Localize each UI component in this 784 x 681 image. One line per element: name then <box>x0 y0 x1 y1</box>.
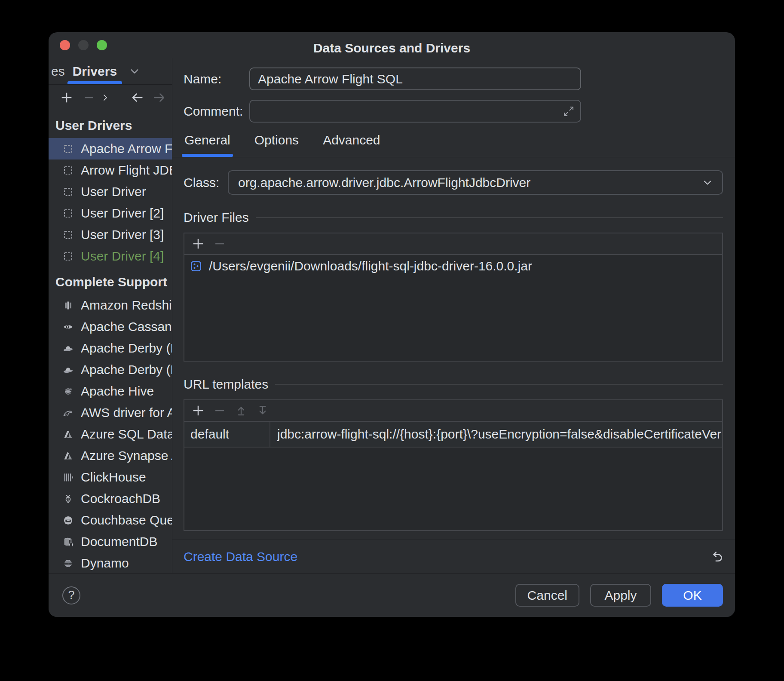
driver-file-row[interactable]: /Users/evgenii/Downloads/flight-sql-jdbc… <box>184 255 722 277</box>
dialog-footer: ? Cancel Apply OK <box>49 573 735 617</box>
move-down-button[interactable] <box>253 401 272 420</box>
form-tab-bar: General Options Advanced <box>172 129 735 157</box>
aws-mysql-icon <box>62 407 74 419</box>
tab-data-sources-clipped[interactable]: es <box>51 58 67 84</box>
name-input[interactable] <box>249 67 581 90</box>
class-select[interactable]: org.apache.arrow.driver.jdbc.ArrowFlight… <box>228 170 723 195</box>
expand-icon[interactable] <box>562 105 575 118</box>
derby-icon <box>62 343 74 354</box>
azure-icon <box>62 450 74 462</box>
minimize-window-button[interactable] <box>78 40 89 50</box>
undo-icon[interactable] <box>709 549 725 564</box>
remove-file-button[interactable] <box>210 234 229 253</box>
couchbase-icon <box>62 515 74 526</box>
sidebar-item-user-driver[interactable]: User Driver <box>49 181 172 202</box>
sidebar-item-clickhouse[interactable]: ClickHouse <box>49 466 172 488</box>
driver-files-title: Driver Files <box>184 210 249 225</box>
driver-files-toolbar <box>184 233 722 255</box>
sidebar-item-documentdb[interactable]: DocumentDB <box>49 531 172 552</box>
url-template-row[interactable]: default jdbc:arrow-flight-sql://{host}:{… <box>184 422 722 448</box>
user-driver-icon <box>62 229 74 241</box>
redshift-icon <box>62 300 74 311</box>
apply-button[interactable]: Apply <box>590 584 651 607</box>
remove-template-button[interactable] <box>210 401 229 420</box>
zoom-window-button[interactable] <box>97 40 107 50</box>
tab-drivers[interactable]: Drivers <box>67 58 123 84</box>
url-templates-title: URL templates <box>184 377 268 392</box>
cockroach-icon <box>62 493 74 505</box>
driver-files-box: /Users/evgenii/Downloads/flight-sql-jdbc… <box>184 233 723 362</box>
url-template-name[interactable]: default <box>184 422 270 447</box>
sidebar-item-dynamo[interactable]: Dynamo <box>49 552 172 573</box>
titlebar: Data Sources and Drivers <box>49 32 735 58</box>
data-sources-dialog: Data Sources and Drivers es Drivers Use <box>49 32 735 617</box>
sidebar-item-apache-arrow-fli[interactable]: Apache Arrow Fli <box>49 138 172 160</box>
section-header-complete-support: Complete Support <box>49 267 172 294</box>
user-driver-icon <box>62 251 74 262</box>
url-template-value[interactable]: jdbc:arrow-flight-sql://{host}:{port}\?u… <box>270 422 722 447</box>
tab-advanced[interactable]: Advanced <box>322 129 381 157</box>
chevron-down-icon <box>701 177 714 189</box>
cassandra-icon <box>62 321 74 333</box>
sidebar-item-aws-driver-for-au[interactable]: AWS driver for Au <box>49 402 172 423</box>
driver-list: User Drivers Apache Arrow Fli Arrow Flig… <box>49 110 172 573</box>
sidebar-item-apache-hive[interactable]: Apache Hive <box>49 380 172 402</box>
jar-icon <box>190 260 202 273</box>
section-header-user-drivers: User Drivers <box>49 114 172 138</box>
sidebar-item-user-driver-2[interactable]: User Driver [2] <box>49 202 172 224</box>
add-file-button[interactable] <box>189 234 208 253</box>
comment-input[interactable] <box>249 100 581 123</box>
sidebar-item-couchbase-query[interactable]: Couchbase Query <box>49 509 172 531</box>
sidebar-item-cockroachdb[interactable]: CockroachDB <box>49 488 172 509</box>
tab-general[interactable]: General <box>184 129 231 157</box>
forward-button[interactable] <box>150 88 169 107</box>
hive-icon <box>62 386 74 397</box>
dialog-title: Data Sources and Drivers <box>313 41 470 55</box>
sidebar-tab-bar: es Drivers <box>49 58 172 85</box>
url-templates-toolbar <box>184 400 722 422</box>
user-driver-icon <box>62 165 74 176</box>
documentdb-icon <box>62 536 74 548</box>
divider <box>256 217 723 218</box>
complete-support-list: Amazon Redshift Apache Cassandr Apache D… <box>49 294 172 573</box>
sidebar-item-azure-synapse-a[interactable]: Azure Synapse A <box>49 445 172 466</box>
tab-drivers-underline <box>67 81 122 84</box>
cancel-button[interactable]: Cancel <box>515 584 579 607</box>
sidebar-item-apache-cassandr[interactable]: Apache Cassandr <box>49 316 172 337</box>
add-template-button[interactable] <box>189 401 208 420</box>
driver-file-path: /Users/evgenii/Downloads/flight-sql-jdbc… <box>209 259 532 273</box>
comment-label: Comment: <box>184 104 249 119</box>
sidebar-item-azure-sql-datab[interactable]: Azure SQL Datab <box>49 423 172 445</box>
create-data-source-link[interactable]: Create Data Source <box>184 549 297 564</box>
move-up-button[interactable] <box>232 401 251 420</box>
create-data-source-row: Create Data Source <box>172 540 735 573</box>
back-button[interactable] <box>128 88 147 107</box>
ok-button[interactable]: OK <box>662 584 723 607</box>
user-driver-icon <box>62 143 74 155</box>
sidebar-item-user-driver-3[interactable]: User Driver [3] <box>49 224 172 245</box>
class-label: Class: <box>184 175 228 190</box>
sidebar-toolbar <box>49 85 172 110</box>
sidebar-item-user-driver-4[interactable]: User Driver [4] <box>49 245 172 267</box>
user-driver-icon <box>62 186 74 198</box>
tab-options[interactable]: Options <box>254 129 300 157</box>
sidebar: es Drivers User Drivers <box>49 58 172 573</box>
sidebar-item-amazon-redshift[interactable]: Amazon Redshift <box>49 294 172 316</box>
divider <box>275 384 723 385</box>
sidebar-item-apache-derby-e[interactable]: Apache Derby (E <box>49 337 172 359</box>
user-driver-icon <box>62 208 74 219</box>
add-driver-button[interactable] <box>57 88 76 107</box>
dynamo-icon <box>62 558 74 569</box>
chevron-down-icon[interactable] <box>128 65 141 78</box>
chevron-right-icon[interactable] <box>96 88 115 107</box>
clickhouse-icon <box>62 472 74 483</box>
url-templates-box: default jdbc:arrow-flight-sql://{host}:{… <box>184 399 723 531</box>
sidebar-item-apache-derby-r[interactable]: Apache Derby (R <box>49 359 172 380</box>
driver-detail-panel: Name: Comment: General Options <box>172 58 735 573</box>
help-button[interactable]: ? <box>62 586 80 604</box>
user-drivers-list: Apache Arrow Fli Arrow Flight JDB User D… <box>49 138 172 267</box>
name-label: Name: <box>184 72 249 86</box>
sidebar-item-arrow-flight-jdb[interactable]: Arrow Flight JDB <box>49 160 172 181</box>
close-window-button[interactable] <box>60 40 70 50</box>
traffic-lights <box>60 40 107 50</box>
